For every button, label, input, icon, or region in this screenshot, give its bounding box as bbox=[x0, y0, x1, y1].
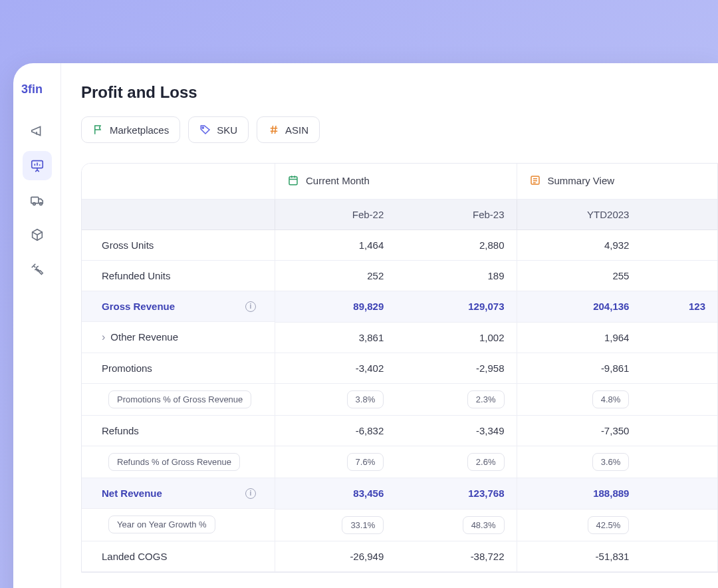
info-icon[interactable]: i bbox=[245, 301, 256, 312]
cell-value: -26,949 bbox=[275, 541, 396, 571]
cell-value bbox=[641, 541, 717, 571]
col-header: Feb-23 bbox=[396, 200, 517, 230]
cell-value: -6,832 bbox=[275, 416, 396, 446]
cell-value: -7,350 bbox=[517, 416, 641, 446]
hash-icon bbox=[268, 124, 280, 136]
value-badge: 3.6% bbox=[592, 453, 630, 471]
cell-value bbox=[641, 384, 717, 416]
nav-tools[interactable] bbox=[23, 255, 52, 284]
filter-label: ASIN bbox=[285, 124, 308, 136]
filter-marketplaces[interactable]: Marketplaces bbox=[81, 116, 180, 143]
table-row: Refunds % of Gross Revenue7.6%2.6%3.6% bbox=[82, 446, 717, 478]
row-label: Gross Revenuei bbox=[82, 291, 275, 322]
nav-announcements[interactable] bbox=[23, 116, 52, 146]
list-icon bbox=[529, 174, 541, 186]
cell-value: 188,889 bbox=[517, 478, 641, 510]
col-header bbox=[82, 200, 275, 230]
cell-value bbox=[641, 478, 717, 510]
value-badge: 42.5% bbox=[588, 516, 630, 534]
cell-value: 123 bbox=[641, 291, 717, 323]
calendar-icon bbox=[287, 174, 299, 186]
cell-value: 33.1% bbox=[275, 509, 396, 541]
value-badge: 2.3% bbox=[467, 390, 505, 408]
cell-value: 255 bbox=[517, 261, 641, 291]
page-title: Profit and Loss bbox=[81, 83, 718, 102]
cell-value: 2.3% bbox=[396, 384, 517, 416]
pl-table: Current Month Summary View bbox=[81, 163, 718, 573]
cell-value bbox=[641, 446, 717, 478]
row-label: Promotions % of Gross Revenue bbox=[82, 384, 275, 416]
metric-badge: Promotions % of Gross Revenue bbox=[108, 390, 251, 408]
row-label: Net Revenuei bbox=[82, 478, 275, 509]
row-label[interactable]: Other Revenue bbox=[82, 322, 275, 353]
filter-asin[interactable]: ASIN bbox=[257, 116, 320, 143]
row-label: Refunds % of Gross Revenue bbox=[82, 446, 275, 478]
brand-logo: 3 fin bbox=[21, 82, 53, 110]
cell-value: 4.8% bbox=[517, 384, 641, 416]
sidebar-nav bbox=[23, 116, 52, 284]
table-row: Promotions % of Gross Revenue3.8%2.3%4.8… bbox=[82, 384, 717, 416]
filter-label: SKU bbox=[217, 124, 237, 136]
cell-value: -51,831 bbox=[517, 541, 641, 571]
tag-icon bbox=[199, 124, 211, 136]
cell-value: -3,402 bbox=[275, 353, 396, 384]
value-badge: 33.1% bbox=[342, 516, 384, 534]
cell-value bbox=[641, 353, 717, 384]
cell-value bbox=[641, 261, 717, 291]
row-label: Year on Year Growth % bbox=[82, 509, 275, 541]
value-badge: 4.8% bbox=[592, 390, 630, 408]
filter-label: Marketplaces bbox=[110, 124, 169, 136]
cell-value: -2,958 bbox=[396, 353, 517, 384]
cell-value: 3.6% bbox=[517, 446, 641, 478]
cell-value: 83,456 bbox=[275, 478, 396, 510]
table-row: Net Revenuei83,456123,768188,889 bbox=[82, 478, 717, 510]
svg-point-6 bbox=[202, 127, 203, 128]
nav-inventory[interactable] bbox=[23, 220, 52, 249]
value-badge: 3.8% bbox=[347, 390, 384, 408]
group-header-label: Summary View bbox=[548, 175, 615, 186]
table-row: Other Revenue3,8611,0021,964 bbox=[82, 322, 717, 353]
cell-value: 3,861 bbox=[275, 322, 396, 353]
filter-bar: Marketplaces SKU ASIN bbox=[81, 116, 718, 143]
cell-value: 189 bbox=[396, 261, 517, 291]
metric-badge: Refunds % of Gross Revenue bbox=[108, 453, 240, 471]
cell-value: 48.3% bbox=[396, 509, 517, 541]
cell-value: 89,829 bbox=[275, 291, 396, 323]
table-row: Promotions-3,402-2,958-9,861 bbox=[82, 353, 717, 384]
app-window: 3 fin Profit and Loss bbox=[13, 63, 718, 588]
metric-badge: Year on Year Growth % bbox=[108, 515, 215, 533]
cell-value bbox=[641, 322, 717, 353]
sidebar: 3 fin bbox=[13, 63, 61, 588]
svg-rect-7 bbox=[289, 177, 297, 185]
svg-point-5 bbox=[39, 203, 42, 206]
svg-text:3: 3 bbox=[21, 82, 28, 96]
nav-shipping[interactable] bbox=[23, 186, 52, 215]
cell-value bbox=[641, 230, 717, 261]
info-icon[interactable]: i bbox=[245, 488, 256, 499]
table-row: Landed COGS-26,949-38,722-51,831 bbox=[82, 541, 717, 571]
filter-sku[interactable]: SKU bbox=[188, 116, 249, 143]
value-badge: 48.3% bbox=[463, 516, 505, 534]
table-row: Year on Year Growth %33.1%48.3%42.5% bbox=[82, 509, 717, 541]
table-row: Gross Revenuei89,829129,073204,136123 bbox=[82, 291, 717, 323]
cell-value: 129,073 bbox=[396, 291, 517, 323]
nav-presentation[interactable] bbox=[23, 151, 52, 180]
svg-text:fin: fin bbox=[28, 82, 43, 96]
col-header bbox=[641, 200, 717, 230]
cell-value: 1,964 bbox=[517, 322, 641, 353]
row-label: Refunds bbox=[82, 416, 275, 446]
value-badge: 7.6% bbox=[347, 453, 384, 471]
col-header: Feb-22 bbox=[275, 200, 396, 230]
main-content: Profit and Loss Marketplaces SKU ASIN bbox=[61, 63, 718, 588]
cell-value: 42.5% bbox=[517, 509, 641, 541]
cell-value: 4,932 bbox=[517, 230, 641, 261]
cell-value: -3,349 bbox=[396, 416, 517, 446]
group-header-label: Current Month bbox=[306, 175, 370, 186]
cell-value: 1,002 bbox=[396, 322, 517, 353]
row-label: Landed COGS bbox=[82, 541, 275, 571]
row-label: Refunded Units bbox=[82, 261, 275, 291]
cell-value bbox=[641, 416, 717, 446]
col-header: YTD2023 bbox=[517, 200, 641, 230]
cell-value: -9,861 bbox=[517, 353, 641, 384]
cell-value bbox=[641, 509, 717, 541]
